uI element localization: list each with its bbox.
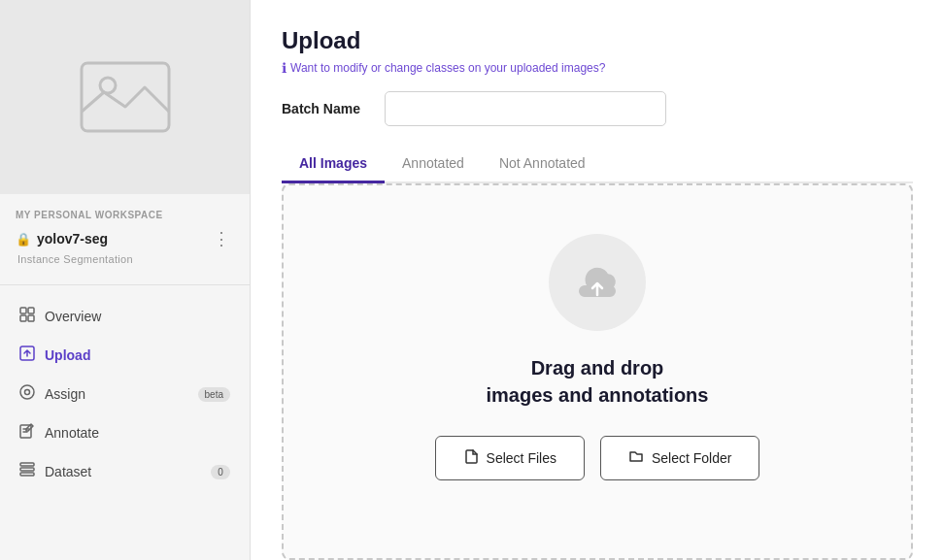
dataset-icon bbox=[19, 462, 35, 481]
upload-cloud-icon bbox=[549, 234, 646, 331]
svg-rect-2 bbox=[20, 308, 26, 313]
drop-zone[interactable]: Drag and drop images and annotations Sel… bbox=[282, 183, 913, 560]
sidebar-item-dataset[interactable]: Dataset 0 bbox=[8, 452, 242, 491]
lock-icon: 🔒 bbox=[16, 232, 31, 247]
batch-label: Batch Name bbox=[282, 101, 369, 116]
sidebar: MY PERSONAL WORKSPACE 🔒 yolov7-seg ⋮ Ins… bbox=[0, 0, 251, 560]
svg-rect-11 bbox=[20, 468, 34, 471]
svg-rect-3 bbox=[28, 308, 34, 313]
svg-rect-5 bbox=[28, 315, 34, 321]
batch-name-input[interactable] bbox=[385, 91, 666, 126]
project-thumbnail bbox=[0, 0, 250, 194]
folder-icon bbox=[628, 448, 644, 468]
sidebar-item-upload[interactable]: Upload bbox=[8, 336, 242, 375]
dataset-badge: 0 bbox=[211, 465, 230, 479]
workspace-label: MY PERSONAL WORKSPACE bbox=[16, 210, 234, 220]
workspace-section: MY PERSONAL WORKSPACE 🔒 yolov7-seg ⋮ Ins… bbox=[0, 194, 250, 273]
select-folder-label: Select Folder bbox=[652, 450, 731, 466]
tab-annotated[interactable]: Annotated bbox=[385, 146, 482, 183]
sidebar-item-label-overview: Overview bbox=[45, 309, 101, 324]
svg-rect-10 bbox=[20, 463, 34, 466]
assign-icon bbox=[19, 384, 35, 404]
tab-not-annotated[interactable]: Not Annotated bbox=[482, 146, 603, 183]
tabs-row: All Images Annotated Not Annotated bbox=[282, 146, 913, 183]
annotate-icon bbox=[19, 423, 35, 443]
drop-buttons: Select Files Select Folder bbox=[435, 436, 760, 480]
assign-badge: beta bbox=[198, 387, 230, 402]
select-files-button[interactable]: Select Files bbox=[435, 436, 585, 480]
svg-rect-12 bbox=[20, 473, 34, 476]
svg-point-7 bbox=[20, 385, 34, 399]
sidebar-item-assign[interactable]: Assign beta bbox=[8, 375, 242, 413]
sidebar-item-overview[interactable]: Overview bbox=[8, 297, 242, 336]
hint-icon: ℹ bbox=[282, 60, 287, 76]
sidebar-item-label-upload: Upload bbox=[45, 347, 90, 363]
svg-rect-4 bbox=[20, 315, 26, 321]
select-files-label: Select Files bbox=[487, 450, 556, 466]
main-content: Upload ℹ Want to modify or change classe… bbox=[251, 0, 944, 560]
hint-text: Want to modify or change classes on your… bbox=[290, 61, 605, 75]
sidebar-item-label-annotate: Annotate bbox=[45, 425, 99, 441]
sidebar-nav: Overview Upload Assign beta bbox=[0, 297, 250, 560]
select-folder-button[interactable]: Select Folder bbox=[600, 436, 759, 480]
overview-icon bbox=[19, 307, 35, 326]
upload-icon bbox=[19, 346, 35, 365]
drop-title: Drag and drop images and annotations bbox=[487, 354, 709, 409]
project-type: Instance Segmentation bbox=[16, 253, 234, 265]
svg-point-8 bbox=[25, 390, 30, 395]
sidebar-item-annotate[interactable]: Annotate bbox=[8, 413, 242, 452]
project-name: yolov7-seg bbox=[37, 231, 108, 247]
sidebar-item-label-dataset: Dataset bbox=[45, 464, 91, 479]
more-options-icon[interactable]: ⋮ bbox=[209, 226, 234, 251]
tab-all-images[interactable]: All Images bbox=[282, 146, 385, 183]
hint-link[interactable]: ℹ Want to modify or change classes on yo… bbox=[282, 60, 913, 76]
project-row: 🔒 yolov7-seg ⋮ bbox=[16, 226, 234, 251]
sidebar-divider bbox=[0, 284, 250, 285]
file-icon bbox=[463, 448, 479, 468]
project-name-row: 🔒 yolov7-seg bbox=[16, 231, 108, 247]
page-title: Upload bbox=[282, 27, 913, 54]
svg-point-1 bbox=[100, 78, 116, 93]
batch-row: Batch Name bbox=[282, 91, 913, 126]
sidebar-item-label-assign: Assign bbox=[45, 386, 85, 402]
